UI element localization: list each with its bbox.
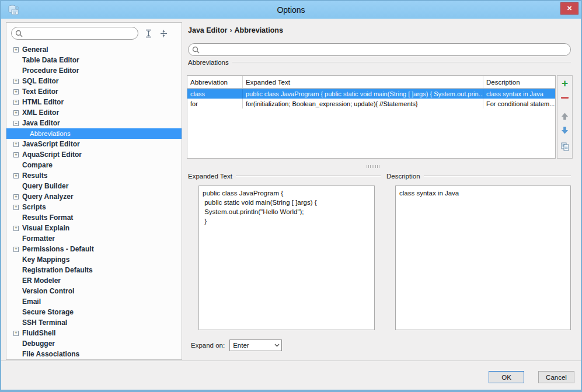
sidebar-item-label: Procedure Editor	[22, 66, 79, 75]
abbreviations-group-header: Abbreviations	[188, 59, 571, 66]
column-header-abbreviation[interactable]: Abbreviation	[187, 76, 243, 88]
expand-icon[interactable]: +	[13, 247, 19, 252]
sidebar-item-table-data-editor[interactable]: Table Data Editor	[6, 55, 182, 65]
description-group-label: Description	[386, 173, 424, 180]
plus-icon: +	[562, 79, 568, 88]
expand-icon[interactable]: +	[13, 142, 19, 147]
expand-all-icon[interactable]	[143, 28, 154, 38]
sidebar-item-query-analyzer[interactable]: +Query Analyzer	[6, 191, 182, 202]
sidebar-item-label: Email	[22, 298, 41, 306]
sidebar-item-label: Java Editor	[22, 119, 60, 127]
dialog-footer: OK Cancel	[1, 360, 581, 390]
options-dialog: Options ✕	[0, 0, 582, 392]
expand-icon[interactable]: +	[13, 331, 19, 336]
splitter-grip[interactable]	[367, 165, 381, 168]
sidebar-item-procedure-editor[interactable]: Procedure Editor	[6, 65, 182, 76]
cell-abbreviation: class	[187, 89, 243, 99]
expand-icon[interactable]: +	[13, 194, 19, 200]
expanded-text-editor[interactable]: public class JavaProgram { public static…	[198, 186, 375, 330]
sidebar-item-version-control[interactable]: Version Control	[6, 286, 182, 296]
app-icon	[7, 4, 20, 16]
move-up-button[interactable]	[560, 111, 570, 121]
expanded-text-group-label: Expanded Text	[188, 173, 236, 180]
expand-icon[interactable]: +	[13, 79, 19, 84]
sidebar-item-formatter[interactable]: Formatter	[6, 233, 182, 244]
expand-icon[interactable]: +	[13, 226, 19, 231]
column-header-description[interactable]: Description	[483, 76, 555, 88]
sidebar-item-sql-editor[interactable]: +SQL Editor	[6, 76, 182, 86]
sidebar-item-ssh-terminal[interactable]: SSH Terminal	[6, 317, 182, 328]
collapse-all-icon[interactable]	[158, 28, 169, 38]
description-group-header: Description	[386, 173, 571, 180]
sidebar-item-er-modeler[interactable]: ER Modeler	[6, 275, 182, 286]
sidebar-search-box[interactable]	[11, 27, 138, 40]
sidebar-item-results[interactable]: +Results	[6, 170, 182, 181]
group-divider	[424, 176, 571, 177]
sidebar-item-label: ER Modeler	[22, 276, 61, 285]
sidebar-item-visual-explain[interactable]: +Visual Explain	[6, 223, 182, 233]
sidebar-search-input[interactable]	[23, 28, 138, 38]
expanded-text-group-header: Expanded Text	[188, 173, 381, 180]
expand-icon[interactable]: +	[13, 89, 19, 94]
title-bar[interactable]: Options ✕	[1, 1, 581, 19]
expand-icon[interactable]: +	[13, 47, 19, 52]
abbreviation-search-input[interactable]	[200, 44, 570, 55]
sidebar-item-email[interactable]: Email	[6, 296, 182, 307]
search-icon	[192, 46, 200, 54]
sidebar-item-permissions-default[interactable]: +Permissions - Default	[6, 244, 182, 254]
table-row-class[interactable]: classpublic class JavaProgram { public s…	[187, 89, 555, 99]
sidebar-item-label: Table Data Editor	[22, 56, 79, 64]
sidebar-item-java-editor[interactable]: −Java Editor	[6, 118, 182, 128]
copy-button[interactable]	[560, 141, 570, 152]
cell-expanded-text: public class JavaProgram { public static…	[243, 89, 483, 99]
sidebar-item-label: Visual Explain	[22, 224, 69, 232]
sidebar-item-general[interactable]: +General	[6, 44, 182, 55]
abbreviations-group-label: Abbreviations	[188, 59, 232, 66]
search-icon	[15, 30, 23, 37]
add-abbreviation-button[interactable]: +	[560, 78, 570, 89]
group-divider	[236, 176, 381, 177]
sidebar-item-xml-editor[interactable]: +XML Editor	[6, 107, 182, 118]
abbreviation-search-box[interactable]	[188, 43, 571, 56]
expand-icon[interactable]: +	[13, 173, 19, 178]
sidebar-item-file-associations[interactable]: File Associations	[6, 349, 182, 359]
table-row-for[interactable]: forfor(initialization; Boolean_expressio…	[187, 99, 555, 108]
expand-on-select[interactable]: Enter	[229, 340, 282, 351]
expand-icon[interactable]: +	[13, 205, 19, 210]
abbreviations-table: Abbreviation Expanded Text Description c…	[187, 75, 556, 159]
expand-icon[interactable]: +	[13, 100, 19, 105]
sidebar-item-label: Text Editor	[22, 88, 58, 96]
column-header-expanded-text[interactable]: Expanded Text	[243, 76, 483, 88]
sidebar-item-javascript-editor[interactable]: +JavaScript Editor	[6, 139, 182, 149]
table-toolbar: +	[557, 75, 573, 159]
ok-button[interactable]: OK	[489, 371, 524, 383]
chevron-down-icon	[272, 344, 281, 347]
expand-on-label: Expand on:	[191, 342, 225, 349]
move-down-button[interactable]	[560, 125, 570, 135]
close-button[interactable]: ✕	[560, 2, 578, 15]
sidebar-item-secure-storage[interactable]: Secure Storage	[6, 307, 182, 317]
expand-icon[interactable]: +	[13, 110, 19, 116]
sidebar-item-scripts[interactable]: +Scripts	[6, 202, 182, 212]
collapse-icon[interactable]: −	[13, 121, 19, 126]
sidebar-item-label: Key Mappings	[22, 256, 69, 264]
sidebar-item-key-mappings[interactable]: Key Mappings	[6, 254, 182, 265]
sidebar-item-label: Query Builder	[22, 182, 68, 190]
sidebar-item-text-editor[interactable]: +Text Editor	[6, 86, 182, 97]
cancel-button[interactable]: Cancel	[538, 371, 574, 383]
sidebar-item-query-builder[interactable]: Query Builder	[6, 181, 182, 191]
sidebar-item-registration-defaults[interactable]: Registration Defaults	[6, 265, 182, 275]
expand-icon[interactable]: +	[13, 152, 19, 158]
cell-description: For conditional statem...	[483, 99, 555, 108]
sidebar-item-html-editor[interactable]: +HTML Editor	[6, 97, 182, 107]
sidebar-item-debugger[interactable]: Debugger	[6, 338, 182, 349]
description-editor[interactable]: class syntax in Java	[395, 186, 571, 330]
sidebar-item-aquascript-editor[interactable]: +AquaScript Editor	[6, 149, 182, 160]
sidebar-item-label: Results Format	[22, 214, 73, 222]
sidebar-item-results-format[interactable]: Results Format	[6, 212, 182, 223]
sidebar-item-fluidshell[interactable]: +FluidShell	[6, 328, 182, 338]
sidebar-item-compare[interactable]: Compare	[6, 160, 182, 170]
sidebar-item-abbreviations[interactable]: Abbreviations	[6, 128, 182, 139]
sidebar-item-label: Query Analyzer	[22, 192, 74, 201]
remove-abbreviation-button[interactable]	[560, 92, 570, 103]
